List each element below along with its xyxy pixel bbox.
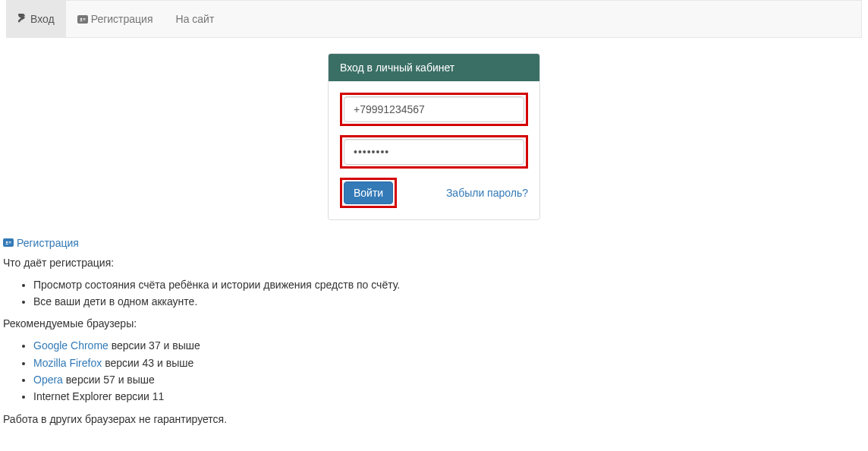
password-highlight [340, 135, 528, 169]
recommended-browsers-heading: Рекомендуемые браузеры: [3, 317, 865, 330]
svg-rect-7 [9, 241, 11, 242]
browser-suffix: версии 43 и выше [102, 357, 193, 369]
login-actions: Войти Забыли пароль? [340, 178, 528, 208]
disclaimer: Работа в других браузерах не гарантирует… [3, 413, 865, 425]
navbar: Вход Регистрация На сайт [6, 0, 862, 38]
key-icon [18, 11, 27, 27]
nav-item-register[interactable]: Регистрация [66, 1, 165, 37]
svg-rect-9 [6, 244, 8, 244]
id-card-icon [77, 15, 88, 24]
browser-suffix: версии 57 и выше [63, 374, 155, 386]
list-item: Просмотр состояния счёта ребёнка и истор… [33, 276, 865, 293]
what-gives-heading: Что даёт регистрация: [3, 257, 865, 269]
svg-point-1 [80, 17, 81, 19]
nav-list: Вход Регистрация На сайт [7, 1, 861, 37]
list-item: Opera версии 57 и выше [33, 371, 865, 388]
registration-link-label: Регистрация [17, 237, 79, 249]
phone-input[interactable] [344, 96, 524, 122]
list-item: Mozilla Firefox версии 43 и выше [33, 355, 865, 371]
browser-suffix: версии 11 [112, 390, 165, 402]
list-item: Google Chrome версии 37 и выше [33, 337, 865, 354]
phone-highlight [340, 93, 528, 126]
svg-rect-8 [9, 243, 11, 244]
list-item: Все ваши дети в одном аккаунте. [33, 293, 865, 310]
browser-name-ie: Internet Explorer [33, 390, 112, 402]
browser-link-opera[interactable]: Opera [33, 374, 63, 386]
login-panel-title: Вход в личный кабинет [329, 54, 539, 81]
nav-item-login[interactable]: Вход [7, 1, 66, 37]
nav-login-label: Вход [30, 11, 55, 27]
id-card-icon [3, 238, 14, 247]
browser-link-chrome[interactable]: Google Chrome [33, 339, 108, 352]
registration-link[interactable]: Регистрация [3, 237, 79, 249]
svg-rect-3 [83, 19, 85, 20]
svg-rect-2 [83, 18, 85, 19]
nav-register-label: Регистрация [91, 11, 153, 27]
svg-rect-4 [80, 20, 82, 21]
svg-point-6 [6, 241, 8, 243]
registration-benefits-list: Просмотр состояния счёта ребёнка и истор… [3, 276, 865, 311]
nav-site-label: На сайт [176, 11, 215, 27]
browsers-list: Google Chrome версии 37 и выше Mozilla F… [3, 337, 865, 405]
login-button[interactable]: Войти [344, 181, 393, 204]
password-input[interactable] [344, 139, 524, 165]
list-item: Internet Explorer версии 11 [33, 388, 865, 405]
content: Регистрация Что даёт регистрация: Просмо… [0, 235, 868, 448]
forgot-password-link[interactable]: Забыли пароль? [446, 187, 528, 199]
browser-suffix: версии 37 и выше [108, 339, 200, 352]
nav-item-site[interactable]: На сайт [165, 1, 226, 37]
login-panel: Вход в личный кабинет Войти Забыли парол… [328, 53, 540, 220]
browser-link-firefox[interactable]: Mozilla Firefox [33, 357, 102, 369]
submit-highlight: Войти [340, 178, 397, 208]
login-panel-body: Войти Забыли пароль? [329, 81, 539, 219]
